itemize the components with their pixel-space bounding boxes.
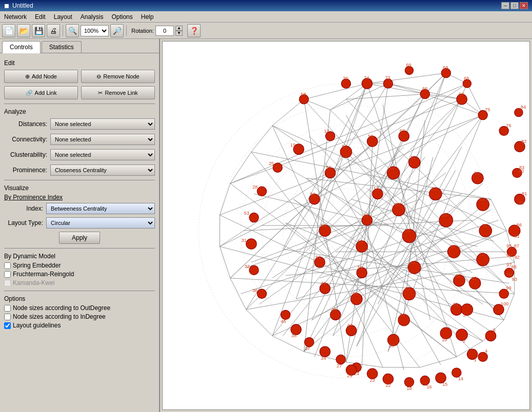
svg-text:19: 19 <box>290 142 295 148</box>
svg-text:32: 32 <box>245 264 250 269</box>
svg-text:37: 37 <box>305 346 310 351</box>
options-section-label: Options <box>4 295 155 302</box>
menu-bar: Network Edit Layout Analysis Options Hel… <box>0 11 532 23</box>
clusterability-label: Clusterability: <box>4 151 50 158</box>
svg-line-12 <box>330 84 388 110</box>
svg-line-14 <box>346 94 425 99</box>
svg-text:16: 16 <box>426 384 431 389</box>
svg-text:68: 68 <box>443 65 448 70</box>
menu-analysis[interactable]: Analysis <box>76 11 108 22</box>
layout-type-select[interactable]: Circular Random Hierarchical <box>46 217 155 229</box>
minimize-button[interactable]: ─ <box>501 2 509 9</box>
svg-text:88: 88 <box>511 264 517 270</box>
svg-text:97: 97 <box>506 262 511 267</box>
svg-text:1: 1 <box>474 357 477 362</box>
apply-button[interactable]: Apply <box>59 232 100 244</box>
menu-layout[interactable]: Layout <box>50 11 76 22</box>
add-link-button[interactable]: 🔗 Add Link <box>4 86 78 99</box>
left-panel: Controls Statistics Edit ⊕ Add Node ⊖ Re… <box>0 39 160 412</box>
remove-link-label: Remove Link <box>105 90 137 96</box>
spring-embedder-row: Spring Embedder <box>4 262 155 269</box>
svg-text:2: 2 <box>463 338 465 343</box>
svg-line-108 <box>388 157 433 352</box>
svg-text:38: 38 <box>291 333 297 338</box>
svg-line-24 <box>330 99 346 110</box>
visualize-label: Visualize <box>4 184 155 192</box>
menu-network[interactable]: Network <box>0 11 31 22</box>
tab-controls[interactable]: Controls <box>2 41 41 53</box>
svg-text:53: 53 <box>244 211 249 216</box>
svg-text:59: 59 <box>368 134 373 139</box>
rotation-input[interactable] <box>155 26 174 36</box>
svg-line-111 <box>230 94 425 278</box>
print-button[interactable]: 🖨 <box>47 24 60 37</box>
zoom-in-button[interactable]: 🔍 <box>66 24 79 37</box>
save-button[interactable]: 💾 <box>32 24 45 37</box>
analyze-label: Analyze <box>4 108 155 115</box>
rotation-up[interactable]: ▲ <box>175 26 183 31</box>
close-button[interactable]: ✕ <box>520 2 528 9</box>
prominence-select[interactable]: Closeness Centrality Betweeness Centrali… <box>50 164 155 176</box>
menu-options[interactable]: Options <box>107 11 136 22</box>
indegree-checkbox[interactable] <box>4 314 11 320</box>
svg-text:86: 86 <box>517 222 522 228</box>
remove-node-icon: ⊖ <box>96 73 101 80</box>
add-node-button[interactable]: ⊕ Add Node <box>4 70 78 83</box>
svg-text:63: 63 <box>479 197 484 202</box>
main-area: Controls Statistics Edit ⊕ Add Node ⊖ Re… <box>0 39 532 412</box>
svg-text:48: 48 <box>352 291 358 296</box>
clusterability-select[interactable]: None selected <box>50 149 155 160</box>
svg-text:67: 67 <box>459 92 464 97</box>
svg-text:31: 31 <box>241 238 246 243</box>
svg-text:56: 56 <box>310 192 316 197</box>
distances-select[interactable]: None selected <box>50 118 155 130</box>
zoom-out-button[interactable]: 🔎 <box>110 24 124 37</box>
svg-text:57: 57 <box>342 144 347 149</box>
distances-row: Distances: None selected <box>4 118 155 130</box>
fruchterman-checkbox[interactable] <box>4 271 11 278</box>
svg-text:10: 10 <box>442 337 447 342</box>
open-button[interactable]: 📂 <box>17 24 30 37</box>
network-panel[interactable]: 74 73 66 67 75 65 68 69 70 58 <box>162 41 530 410</box>
svg-text:22: 22 <box>385 383 390 388</box>
svg-text:58: 58 <box>301 92 306 97</box>
maximize-button[interactable]: □ <box>510 2 519 9</box>
svg-line-27 <box>230 152 251 183</box>
outdegree-checkbox[interactable] <box>4 305 11 312</box>
svg-text:30: 30 <box>395 202 400 207</box>
svg-text:27: 27 <box>337 363 342 368</box>
svg-text:55: 55 <box>326 165 331 170</box>
menu-help[interactable]: Help <box>137 11 158 22</box>
toolbar: 📄 📂 💾 🖨 🔍 50% 75% 100% 125% 150% 🔎 Rotat… <box>0 23 532 39</box>
svg-text:41: 41 <box>410 260 416 265</box>
kamanda-checkbox <box>4 280 11 286</box>
svg-point-200 <box>257 289 266 298</box>
svg-text:62: 62 <box>456 273 461 278</box>
layout-type-row: Layout Type: Circular Random Hierarchica… <box>4 217 155 229</box>
svg-line-21 <box>367 73 446 84</box>
rotation-down[interactable]: ▼ <box>175 31 183 36</box>
guidelines-checkbox[interactable] <box>4 322 11 329</box>
zoom-select[interactable]: 50% 75% 100% 125% 150% <box>81 25 109 36</box>
remove-link-button[interactable]: ✂ Remove Link <box>81 86 155 99</box>
connectivity-select[interactable]: None selected <box>50 134 155 145</box>
svg-text:34: 34 <box>321 356 326 361</box>
svg-line-10 <box>304 84 367 99</box>
remove-node-button[interactable]: ⊖ Remove Node <box>81 70 155 83</box>
edit-row-2: 🔗 Add Link ✂ Remove Link <box>4 86 155 99</box>
svg-text:49: 49 <box>321 281 326 286</box>
by-prominence-label: By Prominence Index <box>4 194 155 201</box>
svg-text:28: 28 <box>252 184 258 190</box>
spring-embedder-checkbox[interactable] <box>4 262 11 269</box>
help-button[interactable]: ❓ <box>187 24 201 37</box>
svg-text:60: 60 <box>400 128 405 133</box>
svg-line-30 <box>220 246 230 278</box>
svg-text:82: 82 <box>521 139 526 144</box>
index-label: Index: <box>4 205 46 212</box>
new-button[interactable]: 📄 <box>2 24 15 37</box>
svg-line-52 <box>346 99 515 262</box>
svg-text:72: 72 <box>479 252 484 257</box>
tab-statistics[interactable]: Statistics <box>42 41 82 53</box>
index-select[interactable]: Betweeness Centrality Closeness Centrali… <box>46 203 155 214</box>
menu-edit[interactable]: Edit <box>31 11 50 22</box>
